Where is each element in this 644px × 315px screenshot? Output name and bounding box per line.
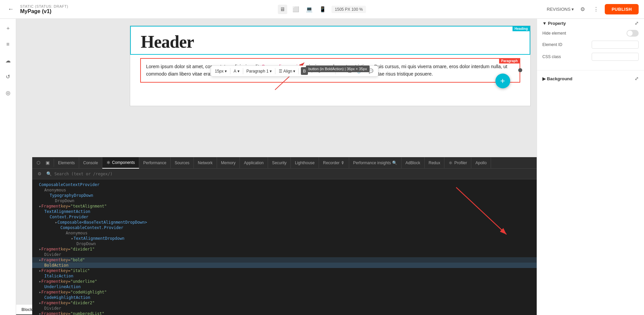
tab-security[interactable]: Security bbox=[268, 157, 291, 169]
revisions-button[interactable]: REVISIONS ▾ bbox=[547, 7, 574, 12]
toolbar-divider-4 bbox=[299, 68, 299, 74]
tab-elements[interactable]: Elements bbox=[54, 157, 79, 169]
tab-console[interactable]: Console bbox=[79, 157, 102, 169]
menu-icon[interactable]: ≡ bbox=[3, 39, 13, 50]
hide-element-row: Hide element bbox=[542, 30, 639, 37]
laptop-icon[interactable]: 💻 bbox=[305, 5, 314, 14]
paragraph-style-select[interactable]: Paragraph 1 ▾ bbox=[245, 68, 273, 74]
align-select[interactable]: ☰ Align ▾ bbox=[277, 68, 297, 74]
font-size-chevron: ▾ bbox=[225, 69, 227, 74]
publish-button[interactable]: PUBLISH bbox=[605, 4, 639, 14]
devtools-search-icon: ⚙ bbox=[36, 170, 44, 178]
devtools-cursor-icon[interactable]: ⬡ bbox=[34, 159, 42, 167]
tab-performance[interactable]: Performance bbox=[139, 157, 171, 169]
user-icon[interactable]: ◎ bbox=[3, 87, 13, 98]
tab-redux[interactable]: Redux bbox=[425, 157, 445, 169]
hide-element-toggle[interactable] bbox=[627, 30, 639, 37]
more-options-icon[interactable]: ⋮ bbox=[591, 5, 601, 14]
background-expand-icon[interactable]: ⤢ bbox=[635, 76, 639, 81]
tree-item[interactable]: ▸ Fragment key= "numberedList" bbox=[32, 311, 537, 315]
font-family-chevron: ▾ bbox=[237, 69, 239, 74]
background-title: ▶ Background bbox=[542, 76, 572, 81]
tree-item[interactable]: Anonymous bbox=[32, 230, 537, 236]
tree-item[interactable]: ComposableContext.Provider bbox=[32, 225, 537, 230]
tab-apollo[interactable]: Apollo bbox=[471, 157, 491, 169]
align-chevron: ▾ bbox=[293, 69, 295, 74]
font-family-select[interactable]: A ▾ bbox=[232, 68, 241, 74]
tree-item[interactable]: DropDown bbox=[32, 198, 537, 204]
toolbar-divider-2 bbox=[243, 68, 243, 74]
heading-label: Heading bbox=[513, 26, 530, 31]
tree-item[interactable]: ▸ Fragment key= "codeHighlight" bbox=[32, 289, 537, 295]
tree-item[interactable]: ▸ Fragment key= "divider1" bbox=[32, 246, 537, 252]
tab-network[interactable]: Network bbox=[194, 157, 217, 169]
tree-item[interactable]: Context.Provider bbox=[32, 214, 537, 220]
css-class-input[interactable] bbox=[592, 53, 639, 61]
tab-lighthouse[interactable]: Lighthouse bbox=[291, 157, 319, 169]
mobile-icon[interactable]: 📱 bbox=[318, 5, 327, 14]
tree-item[interactable]: TypographyDropDown bbox=[32, 193, 537, 198]
tree-item[interactable]: ComposableContextProvider bbox=[32, 182, 537, 187]
desktop-icon[interactable]: 🖥 bbox=[278, 5, 287, 14]
tree-item[interactable]: Divider bbox=[32, 306, 537, 311]
font-family-value: A bbox=[234, 69, 236, 74]
paragraph-label: Paragraph bbox=[499, 58, 520, 63]
devtools-inspect-icon[interactable]: ▣ bbox=[44, 159, 52, 167]
font-size-select[interactable]: 15px ▾ bbox=[214, 68, 228, 74]
refresh-icon[interactable]: ↺ bbox=[3, 71, 13, 82]
heading-text[interactable]: Header bbox=[141, 33, 520, 51]
devtools-search-bar: ⚙ 🔍 bbox=[32, 169, 537, 179]
tree-item-boldaction[interactable]: BoldAction bbox=[32, 263, 537, 268]
tree-item[interactable]: ▸ Fragment key= "italic" bbox=[32, 268, 537, 273]
resolution-display: 1505 PX 100 % bbox=[331, 6, 366, 13]
add-element-button[interactable]: + bbox=[495, 74, 510, 88]
tab-performance-insights[interactable]: Performance insights 🔍 bbox=[349, 157, 401, 169]
tab-components[interactable]: ⚛Components bbox=[102, 157, 139, 169]
tablet-icon[interactable]: ⬜ bbox=[291, 5, 301, 14]
search-input[interactable] bbox=[54, 172, 533, 176]
tree-item[interactable]: Anonymous bbox=[32, 187, 537, 193]
editor-area: ＋ ≡ ☁ ↺ ◎ Heading Header 15px ▾ bbox=[0, 19, 644, 315]
add-block-icon[interactable]: ＋ bbox=[3, 23, 13, 34]
tree-item[interactable]: Divider bbox=[32, 252, 537, 257]
tab-application[interactable]: Application bbox=[240, 157, 268, 169]
css-class-row: CSS class bbox=[542, 53, 639, 61]
left-sidebar: ＋ ≡ ☁ ↺ ◎ bbox=[0, 19, 16, 315]
tree-item[interactable]: DropDown bbox=[32, 241, 537, 246]
back-button[interactable]: ← bbox=[5, 4, 16, 15]
cloud-icon[interactable]: ☁ bbox=[3, 55, 13, 66]
tree-item[interactable]: ItalicAction bbox=[32, 273, 537, 279]
page-title-block: STATIC (STATUS: DRAFT) MyPage (v1) bbox=[20, 4, 68, 14]
hide-element-label: Hide element bbox=[542, 31, 566, 36]
page-name: MyPage (v1) bbox=[20, 8, 68, 14]
element-id-input[interactable] bbox=[592, 41, 639, 49]
tree-item[interactable]: ▸ Fragment key= "underline" bbox=[32, 279, 537, 284]
tree-item[interactable]: UnderlineAction bbox=[32, 284, 537, 289]
tree-item[interactable]: ▸ Fragment key= "bold" bbox=[32, 257, 537, 263]
tab-adblock[interactable]: AdBlock bbox=[401, 157, 425, 169]
tree-item[interactable]: ▸ Composable<BaseTextAlignmentDropDown> bbox=[32, 220, 537, 225]
tree-item[interactable]: ▸ Fragment key= "divider2" bbox=[32, 300, 537, 306]
heading-block: Heading Header bbox=[130, 26, 530, 55]
tree-item[interactable]: ▸ Fragment key= "textAlignment" bbox=[32, 204, 537, 209]
tab-sources[interactable]: Sources bbox=[171, 157, 194, 169]
tab-profiler[interactable]: ⚛Profiler bbox=[444, 157, 471, 169]
background-section-header[interactable]: ▶ Background ⤢ bbox=[542, 76, 639, 81]
property-section-header[interactable]: ▼ Property ⤢ bbox=[542, 20, 639, 26]
property-title: ▼ Property bbox=[542, 21, 566, 26]
align-icon: ☰ bbox=[279, 69, 282, 74]
tab-memory[interactable]: Memory bbox=[217, 157, 240, 169]
top-bar-right: REVISIONS ▾ ⚙ ⋮ PUBLISH bbox=[547, 4, 639, 14]
tree-item[interactable]: ▸ TextAlignmentDropdown bbox=[32, 236, 537, 241]
style-panel: STYLE ELEMENT ▼ Property ⤢ Hide element … bbox=[537, 0, 644, 315]
property-expand-icon[interactable]: ⤢ bbox=[635, 20, 639, 26]
button-tooltip: button (in BoldAction) | 36px × 35px bbox=[306, 65, 370, 72]
resize-handle[interactable] bbox=[518, 68, 522, 72]
css-class-label: CSS class bbox=[542, 54, 561, 59]
settings-icon[interactable]: ⚙ bbox=[578, 5, 587, 14]
tree-item[interactable]: CodeHighlightAction bbox=[32, 295, 537, 300]
tree-item[interactable]: TextAlignmentAction bbox=[32, 209, 537, 214]
device-selector: 🖥 ⬜ 💻 📱 1505 PX 100 % bbox=[278, 5, 366, 14]
paragraph-style-chevron: ▾ bbox=[270, 69, 272, 74]
tab-recorder[interactable]: Recorder 🎙 bbox=[319, 157, 349, 169]
